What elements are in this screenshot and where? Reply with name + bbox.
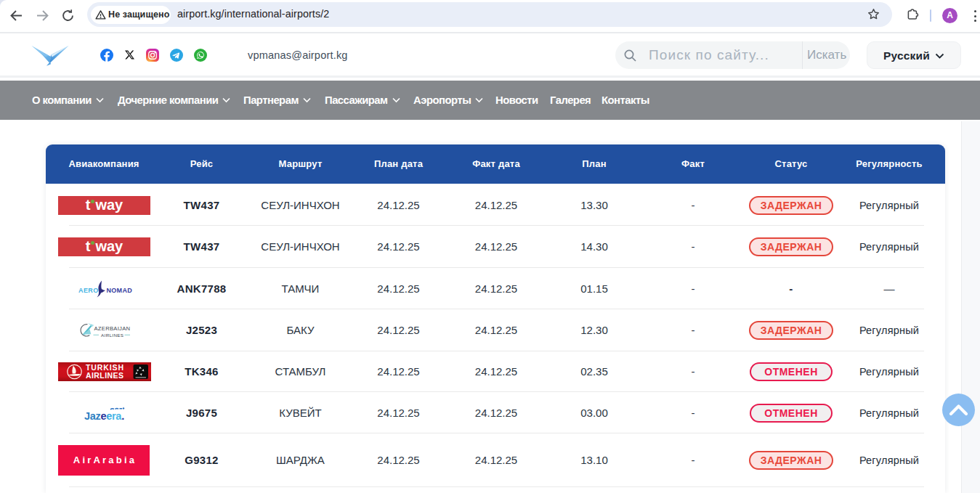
svg-text:Jazeera.: Jazeera. — [84, 410, 124, 422]
svg-text:AZERBAIJAN: AZERBAIJAN — [94, 325, 131, 332]
svg-text:AIRLINES: AIRLINES — [101, 333, 123, 338]
svg-text:AIRLINES: AIRLINES — [86, 371, 123, 380]
svg-text:AERO: AERO — [78, 287, 99, 294]
svg-text:NOMAD: NOMAD — [107, 287, 133, 294]
